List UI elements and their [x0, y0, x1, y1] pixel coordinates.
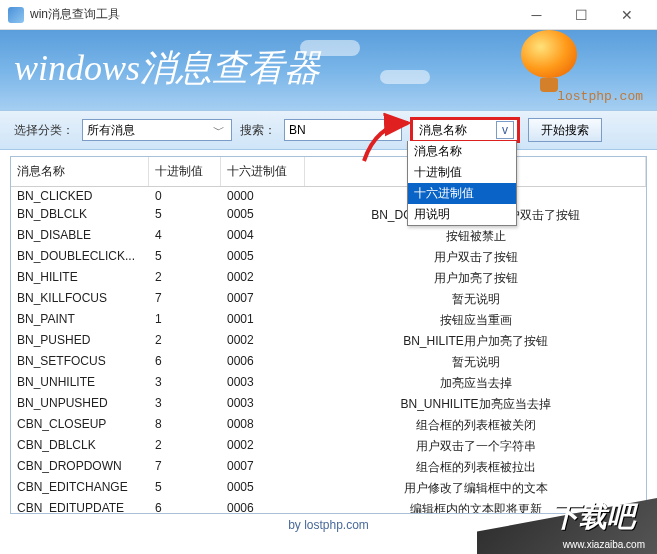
banner-url: lostphp.com [557, 89, 643, 104]
table-body[interactable]: BN_CLICKED00000BN_DBLCLK50005BN_DOUBLECL… [11, 187, 646, 513]
table-row[interactable]: CBN_EDITCHANGE50005用户修改了编辑框中的文本 [11, 478, 646, 499]
cell-name: CBN_EDITCHANGE [11, 478, 149, 499]
search-field-value: 消息名称 [419, 122, 467, 139]
cell-dec: 4 [149, 226, 221, 247]
dropdown-option[interactable]: 消息名称 [408, 141, 516, 162]
cell-desc: 用户加亮了按钮 [305, 268, 646, 289]
cell-hex: 0007 [221, 457, 305, 478]
table-header: 消息名称 十进制值 十六进制值 [11, 157, 646, 187]
cell-dec: 7 [149, 289, 221, 310]
chevron-down-icon: v [496, 121, 514, 139]
table-row[interactable]: BN_DOUBLECLICK...50005用户双击了按钮 [11, 247, 646, 268]
dropdown-option[interactable]: 用说明 [408, 204, 516, 225]
table-row[interactable]: CBN_CLOSEUP80008组合框的列表框被关闭 [11, 415, 646, 436]
cell-dec: 8 [149, 415, 221, 436]
cell-hex: 0005 [221, 478, 305, 499]
cell-dec: 0 [149, 187, 221, 205]
cell-desc: 编辑框内的文本即将更新 [305, 499, 646, 513]
category-select[interactable]: 所有消息 ﹀ [82, 119, 232, 141]
cell-name: BN_UNHILITE [11, 373, 149, 394]
cell-dec: 3 [149, 373, 221, 394]
search-button[interactable]: 开始搜索 [528, 118, 602, 142]
app-title: windows消息查看器 [14, 44, 320, 93]
cell-name: BN_UNPUSHED [11, 394, 149, 415]
dropdown-option[interactable]: 十进制值 [408, 162, 516, 183]
cell-hex: 0003 [221, 394, 305, 415]
cell-desc: 暂无说明 [305, 352, 646, 373]
cell-hex: 0006 [221, 352, 305, 373]
search-label: 搜索： [240, 122, 276, 139]
table-row[interactable]: CBN_DBLCLK20002用户双击了一个字符串 [11, 436, 646, 457]
cell-dec: 1 [149, 310, 221, 331]
footer-text: by lostphp.com [0, 514, 657, 536]
table-row[interactable]: BN_KILLFOCUS70007暂无说明 [11, 289, 646, 310]
toolbar: 选择分类： 所有消息 ﹀ 搜索： 消息名称 v 消息名称 十进制值 十六进制值 … [0, 110, 657, 150]
cell-desc: BN_UNHILITE加亮应当去掉 [305, 394, 646, 415]
cell-dec: 2 [149, 436, 221, 457]
minimize-button[interactable]: ─ [514, 1, 559, 29]
table-row[interactable]: CBN_DROPDOWN70007组合框的列表框被拉出 [11, 457, 646, 478]
column-header-dec[interactable]: 十进制值 [149, 157, 221, 186]
cell-name: BN_CLICKED [11, 187, 149, 205]
cell-hex: 0000 [221, 187, 305, 205]
cell-name: BN_PUSHED [11, 331, 149, 352]
cell-dec: 5 [149, 247, 221, 268]
cell-desc: 按钮被禁止 [305, 226, 646, 247]
cell-hex: 0006 [221, 499, 305, 513]
cell-desc: 组合框的列表框被拉出 [305, 457, 646, 478]
table-row[interactable]: BN_SETFOCUS60006暂无说明 [11, 352, 646, 373]
table-row[interactable]: BN_CLICKED00000 [11, 187, 646, 205]
column-header-hex[interactable]: 十六进制值 [221, 157, 305, 186]
watermark-url: www.xiazaiba.com [563, 539, 645, 550]
table-row[interactable]: BN_DISABLE40004按钮被禁止 [11, 226, 646, 247]
cell-dec: 6 [149, 499, 221, 513]
category-select-value: 所有消息 [87, 122, 135, 139]
cell-hex: 0008 [221, 415, 305, 436]
cell-desc: 用户双击了按钮 [305, 247, 646, 268]
table-row[interactable]: BN_HILITE20002用户加亮了按钮 [11, 268, 646, 289]
window-title: win消息查询工具 [30, 6, 514, 23]
message-table: 消息名称 十进制值 十六进制值 BN_CLICKED00000BN_DBLCLK… [10, 156, 647, 514]
cell-hex: 0001 [221, 310, 305, 331]
maximize-button[interactable]: ☐ [559, 1, 604, 29]
cell-desc: 按钮应当重画 [305, 310, 646, 331]
cell-dec: 5 [149, 478, 221, 499]
cell-name: BN_KILLFOCUS [11, 289, 149, 310]
filter-label: 选择分类： [14, 122, 74, 139]
cell-dec: 3 [149, 394, 221, 415]
table-row[interactable]: BN_PAINT10001按钮应当重画 [11, 310, 646, 331]
cell-desc: 用户修改了编辑框中的文本 [305, 478, 646, 499]
cell-name: BN_HILITE [11, 268, 149, 289]
cell-desc: 用户双击了一个字符串 [305, 436, 646, 457]
cell-desc: 暂无说明 [305, 289, 646, 310]
cell-hex: 0007 [221, 289, 305, 310]
cell-desc: 加亮应当去掉 [305, 373, 646, 394]
table-row[interactable]: BN_DBLCLK50005BN_DOUBLECLICKED用户双击了按钮 [11, 205, 646, 226]
search-field-select[interactable]: 消息名称 v [410, 117, 520, 143]
cell-dec: 6 [149, 352, 221, 373]
cell-hex: 0005 [221, 247, 305, 268]
cell-dec: 5 [149, 205, 221, 226]
cell-hex: 0003 [221, 373, 305, 394]
cell-hex: 0002 [221, 436, 305, 457]
search-field-dropdown: 消息名称 十进制值 十六进制值 用说明 [407, 141, 517, 226]
column-header-name[interactable]: 消息名称 [11, 157, 149, 186]
cell-hex: 0002 [221, 268, 305, 289]
cell-hex: 0002 [221, 331, 305, 352]
cell-name: BN_PAINT [11, 310, 149, 331]
dropdown-option[interactable]: 十六进制值 [408, 183, 516, 204]
table-row[interactable]: BN_UNHILITE30003加亮应当去掉 [11, 373, 646, 394]
table-row[interactable]: BN_PUSHED20002BN_HILITE用户加亮了按钮 [11, 331, 646, 352]
table-row[interactable]: CBN_EDITUPDATE60006编辑框内的文本即将更新 [11, 499, 646, 513]
cell-desc: BN_HILITE用户加亮了按钮 [305, 331, 646, 352]
cell-name: BN_DISABLE [11, 226, 149, 247]
search-input[interactable] [284, 119, 402, 141]
cell-name: BN_DBLCLK [11, 205, 149, 226]
cell-dec: 2 [149, 331, 221, 352]
cell-hex: 0005 [221, 205, 305, 226]
table-row[interactable]: BN_UNPUSHED30003BN_UNHILITE加亮应当去掉 [11, 394, 646, 415]
close-button[interactable]: ✕ [604, 1, 649, 29]
cell-name: CBN_DBLCLK [11, 436, 149, 457]
titlebar: win消息查询工具 ─ ☐ ✕ [0, 0, 657, 30]
cell-name: CBN_CLOSEUP [11, 415, 149, 436]
